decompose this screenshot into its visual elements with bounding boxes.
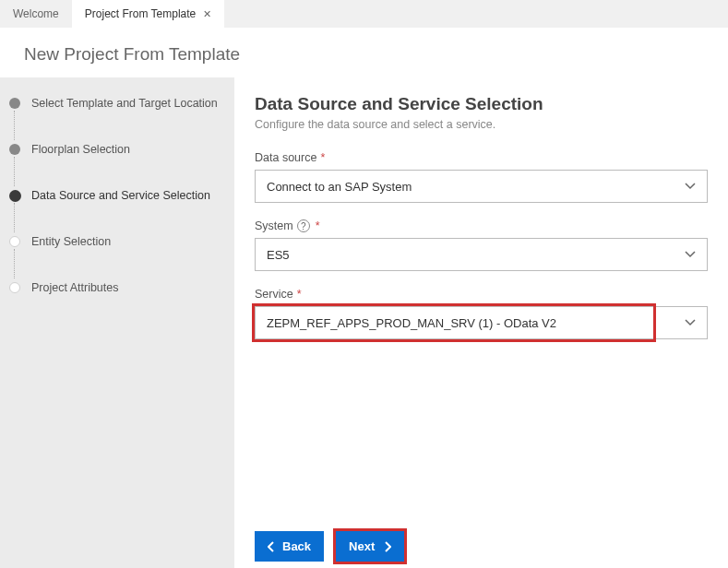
chevron-down-icon [685,251,696,258]
field-label: Data source * [255,151,708,164]
step-dot-icon [9,236,20,247]
step-label: Floorplan Selection [31,143,130,156]
step-select-template[interactable]: Select Template and Target Location [31,94,220,112]
step-label: Select Template and Target Location [31,97,218,110]
field-system: System ? * ES5 [255,219,708,271]
select-value: Connect to an SAP System [267,180,412,194]
step-label: Data Source and Service Selection [31,189,210,202]
chevron-down-icon [685,183,696,190]
field-data-source: Data source * Connect to an SAP System [255,151,708,203]
step-connector [14,157,15,186]
required-asterisk: * [316,219,320,232]
content-subtitle: Configure the data source and select a s… [255,118,708,131]
step-connector [14,203,15,232]
step-dot-icon [9,190,21,202]
content-title: Data Source and Service Selection [255,94,708,114]
next-button-wrap: Next [333,528,407,564]
service-select-wrap: ZEPM_REF_APPS_PROD_MAN_SRV (1) - OData V… [255,306,708,339]
label-text: System [255,219,293,232]
field-service: Service * ZEPM_REF_APPS_PROD_MAN_SRV (1)… [255,288,708,339]
step-project-attributes[interactable]: Project Attributes [31,278,220,297]
next-button[interactable]: Next [336,531,404,562]
required-asterisk: * [320,151,325,164]
content-pane: Data Source and Service Selection Config… [234,77,728,568]
step-connector [14,111,15,140]
stepper: Select Template and Target Location Floo… [0,77,234,568]
system-select[interactable]: ES5 [255,238,708,271]
required-asterisk: * [297,288,302,301]
data-source-select[interactable]: Connect to an SAP System [255,170,708,203]
tab-project-from-template[interactable]: Project From Template ✕ [72,0,225,28]
tab-label: Project From Template [85,7,197,20]
label-text: Data source [255,151,316,164]
page-title: New Project From Template [0,28,728,77]
label-text: Service [255,288,293,301]
button-row: Back Next [255,519,708,564]
step-connector [14,249,15,278]
step-label: Project Attributes [31,281,119,294]
tab-label: Welcome [13,7,59,20]
step-label: Entity Selection [31,235,111,248]
spacer [255,356,708,519]
step-data-source-service[interactable]: Data Source and Service Selection [31,186,220,205]
select-value: ZEPM_REF_APPS_PROD_MAN_SRV (1) - OData V… [267,316,556,330]
tab-welcome[interactable]: Welcome [0,0,72,28]
step-dot-icon [9,144,20,155]
field-label: System ? * [255,219,708,232]
wizard-body: Select Template and Target Location Floo… [0,77,728,568]
button-label: Next [349,539,375,553]
back-button[interactable]: Back [255,531,324,562]
tab-bar: Welcome Project From Template ✕ [0,0,728,28]
chevron-right-icon [384,541,391,552]
close-icon[interactable]: ✕ [203,8,211,20]
field-label: Service * [255,288,708,301]
step-floorplan-selection[interactable]: Floorplan Selection [31,140,220,159]
button-label: Back [282,539,311,553]
chevron-left-icon [268,541,275,552]
service-select[interactable]: ZEPM_REF_APPS_PROD_MAN_SRV (1) - OData V… [255,306,708,339]
chevron-down-icon [685,319,696,326]
step-dot-icon [9,98,20,109]
step-entity-selection[interactable]: Entity Selection [31,232,220,251]
step-dot-icon [9,282,20,293]
help-icon[interactable]: ? [297,219,310,232]
select-value: ES5 [267,248,290,262]
